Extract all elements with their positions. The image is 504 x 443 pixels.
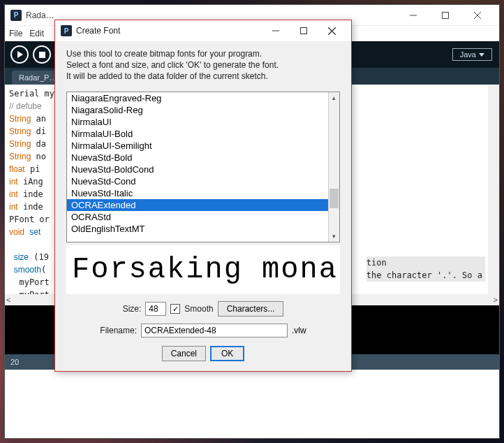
dialog-maximize-button[interactable] — [290, 21, 318, 41]
filename-label: Filename: — [100, 326, 137, 335]
minimize-icon — [410, 12, 417, 19]
status-line-number: 20 — [10, 358, 19, 366]
instruction-line: It will be added to the data folder of t… — [66, 71, 340, 82]
close-icon — [328, 27, 336, 35]
menu-file[interactable]: File — [9, 29, 22, 38]
font-list-item[interactable]: NiagaraEngraved-Reg — [67, 92, 328, 104]
font-list-item[interactable]: NiagaraSolid-Reg — [67, 104, 328, 116]
chevron-down-icon — [479, 53, 484, 57]
size-label: Size: — [123, 304, 142, 314]
scroll-right-icon[interactable]: > — [494, 296, 498, 304]
maximize-icon — [442, 12, 449, 19]
font-list-item[interactable]: NirmalaUI-Bold — [67, 128, 328, 140]
dialog-close-button[interactable] — [318, 21, 346, 41]
ok-button[interactable]: OK — [210, 346, 244, 361]
scroll-up-icon[interactable]: ▴ — [329, 92, 339, 103]
dialog-logo-icon: P — [61, 25, 72, 36]
dialog-title: Create Font — [76, 26, 262, 36]
main-window-title: Rada… — [26, 10, 397, 20]
font-list-item[interactable]: NuevaStd-BoldCond — [67, 164, 328, 175]
main-maximize-button[interactable] — [429, 6, 461, 25]
stop-icon — [39, 52, 45, 58]
close-icon — [474, 12, 481, 19]
dialog-minimize-button[interactable] — [262, 21, 290, 41]
instruction-line: Use this tool to create bitmap fonts for… — [66, 48, 340, 59]
processing-logo-icon: P — [10, 10, 22, 21]
editor-vertical-scrollbar[interactable] — [488, 85, 499, 294]
cancel-button[interactable]: Cancel — [162, 346, 206, 361]
instruction-line: Select a font and size, and click 'OK' t… — [66, 59, 340, 71]
language-mode-button[interactable]: Java — [452, 48, 492, 61]
font-list: NiagaraEngraved-RegNiagaraSolid-RegNirma… — [66, 92, 340, 242]
font-list-item[interactable]: OldEnglishTextMT — [67, 223, 328, 235]
font-list-item[interactable]: NuevaStd-Bold — [67, 152, 328, 164]
font-list-item[interactable]: NirmalaUI — [67, 116, 328, 128]
font-list-item[interactable]: NuevaStd-Cond — [67, 175, 328, 187]
dialog-instructions: Use this tool to create bitmap fonts for… — [66, 48, 340, 82]
smooth-checkbox[interactable]: ✓ — [170, 304, 180, 314]
font-list-items[interactable]: NiagaraEngraved-RegNiagaraSolid-RegNirma… — [67, 92, 328, 242]
filename-input[interactable] — [141, 324, 288, 337]
font-list-item[interactable]: NuevaStd-Italic — [67, 187, 328, 199]
svg-rect-1 — [443, 12, 449, 18]
minimize-icon — [272, 27, 279, 34]
font-list-item[interactable]: OCRAExtended — [67, 199, 328, 211]
filename-extension: .vlw — [292, 326, 306, 335]
font-preview: Forsaking mona — [66, 245, 340, 294]
language-mode-label: Java — [460, 50, 476, 59]
size-input[interactable] — [145, 302, 166, 316]
play-icon — [17, 51, 23, 58]
run-button[interactable] — [10, 45, 29, 64]
main-minimize-button[interactable] — [397, 6, 429, 25]
menu-edit[interactable]: Edit — [29, 29, 44, 38]
scroll-down-icon[interactable]: ▾ — [329, 231, 339, 242]
code-line-fragment: tion the character '.'. So a — [366, 256, 485, 282]
maximize-icon — [300, 27, 307, 34]
scroll-left-icon[interactable]: < — [6, 296, 10, 304]
main-close-button[interactable] — [461, 6, 494, 25]
stop-button[interactable] — [33, 45, 51, 64]
create-font-dialog: P Create Font Use this tool to create bi… — [54, 20, 352, 372]
font-list-scrollbar[interactable]: ▴ ▾ — [328, 92, 339, 242]
scrollbar-thumb[interactable] — [329, 189, 339, 208]
dialog-titlebar[interactable]: P Create Font — [55, 20, 351, 41]
font-list-item[interactable]: NirmalaUI-Semilight — [67, 140, 328, 152]
smooth-label[interactable]: Smooth — [184, 304, 213, 314]
svg-rect-8 — [301, 28, 307, 34]
font-list-item[interactable]: OCRAStd — [67, 211, 328, 223]
characters-button[interactable]: Characters... — [218, 301, 284, 317]
